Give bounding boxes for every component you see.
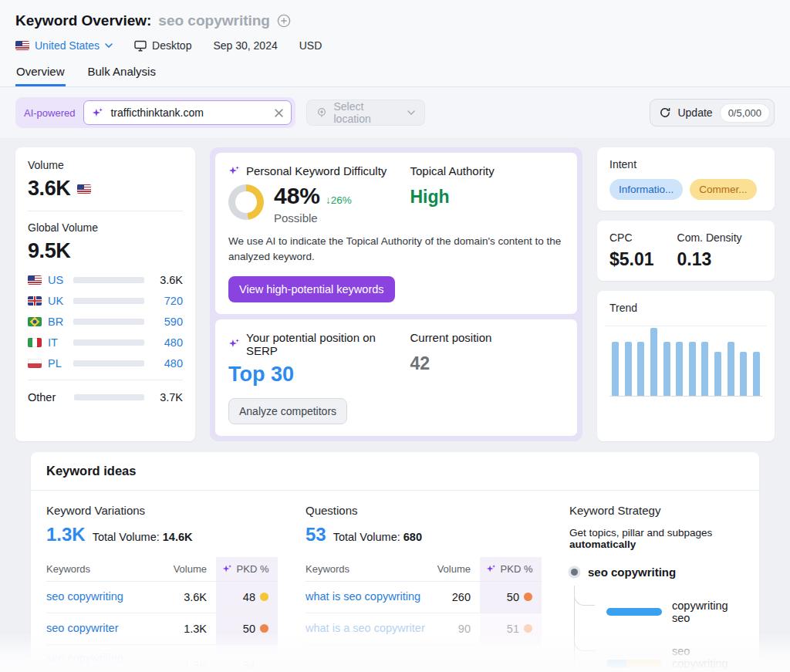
us-flag-icon xyxy=(28,275,42,285)
country-row: PL480 xyxy=(28,353,183,373)
clear-input-icon[interactable] xyxy=(275,109,283,117)
serp-title: Your potential position on SERP xyxy=(246,331,410,357)
analyze-competitors-button[interactable]: Analyze competitors xyxy=(228,398,347,424)
pkd-dot-icon xyxy=(260,593,268,601)
topical-authority-label: Topical Authority xyxy=(410,164,494,177)
keyword-row: what is seo copywriting26050 xyxy=(306,582,542,613)
country-row: IT480 xyxy=(28,332,183,353)
add-keyword-icon[interactable] xyxy=(277,14,291,28)
cpc-label: CPC xyxy=(609,231,654,244)
current-position-value: 42 xyxy=(410,353,564,374)
strategy-node-label: copywriting seo xyxy=(672,599,744,624)
country-row: UK720 xyxy=(28,290,183,311)
ai-insights-panel: Personal Keyword Difficulty 48% ↓26% Pos… xyxy=(210,147,582,441)
pkd-cell: 50 xyxy=(480,582,542,613)
potential-position-value: Top 30 xyxy=(228,363,410,387)
strategy-node-label: seo copywriting course xyxy=(672,645,744,672)
country-volume-bar xyxy=(73,339,144,346)
questions-count[interactable]: 53 xyxy=(306,524,326,545)
keyword-row: seo copywriting services1.3K34 xyxy=(46,645,278,672)
ai-sparkle-icon xyxy=(228,165,240,177)
title-row: Keyword Overview: seo copywriting xyxy=(0,12,790,29)
country-volume-bar xyxy=(73,360,144,366)
ai-search-group: AI-powered xyxy=(15,97,295,128)
keyword-link[interactable]: what is a seo copywriter xyxy=(306,615,425,642)
questions-title: Questions xyxy=(306,504,542,517)
toolbar: AI-powered Select location Update 0/5,00… xyxy=(0,87,790,138)
intent-pill-informational[interactable]: Informatio... xyxy=(609,179,683,200)
other-volume-row: Other 3.7K xyxy=(28,387,183,407)
country-volume-bar xyxy=(73,319,144,325)
trend-bar xyxy=(689,342,696,396)
questions-column: Questions 53 Total Volume: 680 KeywordsV… xyxy=(306,504,542,672)
country-link[interactable]: UK xyxy=(48,295,67,307)
country-link[interactable]: BR xyxy=(48,316,67,328)
global-volume-value: 9.5K xyxy=(28,239,183,263)
keyword-cell: seo copywriting xyxy=(46,582,164,613)
variations-total-label: Total Volume: xyxy=(93,531,160,543)
update-button[interactable]: Update 0/5,000 xyxy=(650,99,775,127)
serp-position-card: Your potential position on SERP Top 30 A… xyxy=(215,319,577,436)
column-header-volume: Volume xyxy=(427,557,471,581)
country-volume-bar xyxy=(73,277,144,283)
strategy-bar-segment xyxy=(606,660,626,667)
volume-label: Volume xyxy=(28,159,183,171)
keyword-link[interactable]: seo copywriter xyxy=(46,615,118,642)
volume-card: Volume 3.6K Global Volume 9.5K US3.6KUK7… xyxy=(15,147,195,441)
keyword-link[interactable]: seo copywriting services xyxy=(46,645,164,672)
view-high-potential-keywords-button[interactable]: View high-potential keywords xyxy=(228,276,395,302)
strategy-bar xyxy=(606,660,662,667)
tab-overview[interactable]: Overview xyxy=(15,65,66,86)
domain-input[interactable] xyxy=(109,106,269,120)
tab-bulk-analysis[interactable]: Bulk Analysis xyxy=(87,65,157,86)
strategy-children: copywriting seoseo copywriting courseseo… xyxy=(569,599,744,672)
pkd-dot-icon xyxy=(524,624,532,633)
pkd-donut xyxy=(228,184,264,220)
pkd-dot-icon xyxy=(260,624,268,633)
pkd-value: 48% xyxy=(274,184,320,208)
it-flag-icon xyxy=(28,338,42,347)
pkd-value: 48 xyxy=(243,591,255,603)
keyword-link[interactable]: seo copywriting xyxy=(46,583,123,610)
br-flag-icon xyxy=(28,317,42,326)
column-header-pkd: PKD % xyxy=(216,557,278,581)
keyword-link[interactable]: what is seo copywriting xyxy=(306,583,420,610)
strategy-subtitle-bold: automatically xyxy=(569,539,636,550)
page-header: Keyword Overview: seo copywriting United… xyxy=(0,0,790,87)
other-label: Other xyxy=(28,391,68,404)
variations-count[interactable]: 1.3K xyxy=(46,524,86,545)
country-volume-value: 720 xyxy=(150,295,183,307)
country-volume-value: 480 xyxy=(150,336,183,349)
trend-bar xyxy=(740,352,747,396)
pkd-description: We use AI to indicate the Topical Author… xyxy=(228,234,564,265)
volume-value: 3.6K xyxy=(164,582,207,613)
page-title: Keyword Overview: xyxy=(15,12,151,29)
questions-total-label: Total Volume: xyxy=(333,531,400,543)
cpc-card: CPC $5.01 Com. Density 0.13 xyxy=(597,221,775,281)
country-volume-bar xyxy=(73,298,144,304)
location-selector[interactable]: United States xyxy=(15,39,113,52)
ai-sparkle-icon xyxy=(228,338,240,350)
country-list: US3.6KUK720BR590IT480PL480 xyxy=(28,269,183,373)
strategy-tree: seo copywriting copywriting seoseo copyw… xyxy=(569,566,744,672)
keyword-cell: what is seo copywriting xyxy=(306,582,427,613)
device-label: Desktop xyxy=(152,39,191,52)
current-position-label: Current position xyxy=(410,331,491,344)
pl-flag-icon xyxy=(28,359,42,368)
country-link[interactable]: IT xyxy=(48,336,67,349)
column-header-volume: Volume xyxy=(164,557,207,581)
select-location-dropdown[interactable]: Select location xyxy=(306,100,425,126)
intent-pills: Informatio...Commer... xyxy=(609,179,762,200)
pkd-value: 34 xyxy=(243,659,255,671)
pkd-dot-icon xyxy=(524,593,532,601)
volume-value: 1.3K xyxy=(164,645,207,672)
country-link[interactable]: US xyxy=(48,274,67,286)
keyword-row: what is a seo copywriter9051 xyxy=(306,613,542,645)
trend-bar xyxy=(625,342,632,396)
country-link[interactable]: PL xyxy=(48,357,67,370)
update-label: Update xyxy=(677,106,712,119)
pkd-cell: 51 xyxy=(480,613,542,644)
com-density-label: Com. Density xyxy=(677,231,742,244)
intent-pill-commercial[interactable]: Commer... xyxy=(690,179,756,200)
ai-sparkle-icon xyxy=(92,107,103,119)
